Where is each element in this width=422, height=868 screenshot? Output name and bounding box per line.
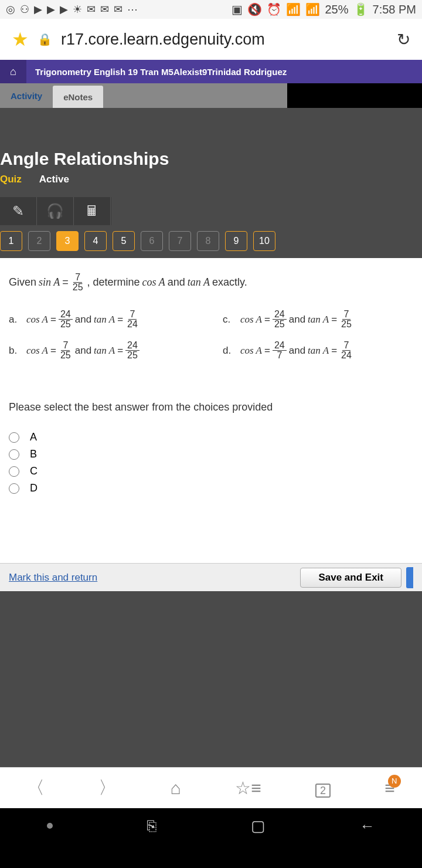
menu-badge: N	[388, 775, 401, 788]
more-icon: ⋯	[127, 3, 138, 16]
question-7[interactable]: 7	[169, 231, 191, 251]
bookmark-star-icon[interactable]: ★	[12, 28, 29, 50]
sys-back-icon[interactable]: ←	[360, 817, 375, 835]
option-d: d. cos A = 247 and tan A = 724	[223, 341, 413, 360]
radio-b[interactable]	[9, 449, 19, 460]
footer-bar: Mark this and return Save and Exit	[0, 563, 422, 591]
course-header: ⌂ Trigonometry English 19 Tran M5Alexist…	[0, 60, 422, 83]
system-nav: ⎘ ▢ ←	[0, 808, 422, 843]
url-text[interactable]: r17.core.learn.edgenuity.com	[61, 30, 388, 49]
page-title: Angle Relationships	[0, 149, 422, 169]
mail-icon: ✉	[87, 3, 96, 16]
gmail-icon: ✉	[100, 3, 109, 16]
headphones-icon[interactable]: 🎧	[37, 197, 74, 225]
question-9[interactable]: 9	[225, 231, 247, 251]
play-icon: ▶	[34, 3, 42, 16]
sys-dot-icon	[47, 823, 53, 829]
tab-activity[interactable]: Activity	[0, 83, 53, 108]
clock: 7:58 PM	[373, 3, 416, 16]
calculator-icon[interactable]: 🖩	[74, 197, 111, 225]
bookmarks-icon[interactable]: ☆≡	[235, 778, 261, 798]
question-4[interactable]: 4	[84, 231, 107, 251]
choice-b[interactable]: B	[9, 448, 413, 460]
question-8[interactable]: 8	[197, 231, 219, 251]
menu-icon[interactable]: ≡N	[384, 778, 395, 798]
save-exit-button[interactable]: Save and Exit	[300, 568, 401, 588]
play-icon: ▶	[47, 3, 55, 16]
instagram-icon: ◎	[6, 3, 15, 16]
recents-icon[interactable]: ⎘	[147, 817, 156, 835]
sys-home-icon[interactable]: ▢	[251, 817, 266, 835]
back-icon[interactable]: 〈	[27, 776, 45, 800]
option-a: a. cos A = 2425 and tan A = 724	[9, 310, 199, 329]
question-content: Given sin A = 725 , determine cos A and …	[0, 258, 422, 563]
question-2[interactable]: 2	[28, 231, 50, 251]
question-5[interactable]: 5	[113, 231, 135, 251]
home-icon[interactable]: ⌂	[171, 778, 181, 798]
forward-icon[interactable]: 〉	[98, 776, 116, 800]
question-3[interactable]: 3	[56, 231, 79, 251]
question-1[interactable]: 1	[0, 231, 22, 251]
choice-c[interactable]: C	[9, 465, 413, 477]
option-c: c. cos A = 2425 and tan A = 725	[223, 310, 413, 329]
radio-c[interactable]	[9, 466, 19, 477]
status-bar: ◎ ⚇ ▶ ▶ ▶ ☀ ✉ ✉ ✉ ⋯ ▣ 🔇 ⏰ 📶 📶 25% 🔋 7:58…	[0, 0, 422, 19]
empty-space	[0, 591, 422, 767]
mail-icon: ✉	[114, 3, 122, 16]
wifi-icon: 📶	[286, 2, 301, 16]
answer-choices: A B C D	[9, 431, 413, 494]
voicemail-icon: ⚇	[20, 3, 29, 16]
question-10[interactable]: 10	[253, 231, 275, 251]
cloud-icon: ☀	[73, 3, 82, 16]
mute-icon: 🔇	[247, 2, 262, 16]
question-nav: 1 2 3 4 5 6 7 8 9 10	[0, 225, 422, 257]
browser-nav: 〈 〉 ⌂ ☆≡ 2 ≡N	[0, 767, 422, 808]
signal-icon: 📶	[305, 2, 320, 16]
browser-bar: ★ 🔒 r17.core.learn.edgenuity.com ↻	[0, 19, 422, 60]
reload-icon[interactable]: ↻	[397, 30, 410, 49]
next-button-edge[interactable]	[406, 567, 413, 588]
battery-percent: 25%	[325, 3, 348, 16]
active-label: Active	[39, 174, 69, 185]
choice-d[interactable]: D	[9, 482, 413, 494]
battery-icon: 🔋	[353, 2, 368, 16]
option-b: b. cos A = 725 and tan A = 2425	[9, 341, 199, 360]
alarm-icon: ⏰	[267, 2, 281, 16]
radio-a[interactable]	[9, 432, 19, 443]
tools-row: ✎ 🎧 🖩	[0, 197, 111, 225]
play-icon: ▶	[60, 3, 68, 16]
lock-icon: 🔒	[38, 32, 52, 46]
tabs-icon[interactable]: 2	[315, 778, 331, 798]
radio-d[interactable]	[9, 483, 19, 494]
pencil-icon[interactable]: ✎	[0, 197, 37, 225]
course-title: Trigonometry English 19 Tran M5Alexist9T…	[26, 67, 287, 77]
home-button[interactable]: ⌂	[0, 60, 26, 83]
mark-return-link[interactable]: Mark this and return	[9, 572, 97, 584]
battery-saver-icon: ▣	[232, 2, 243, 16]
answer-prompt: Please select the best answer from the c…	[9, 401, 413, 413]
question-6[interactable]: 6	[141, 231, 163, 251]
choice-a[interactable]: A	[9, 431, 413, 443]
quiz-label: Quiz	[0, 174, 22, 185]
question-stem: Given sin A = 725 , determine cos A and …	[9, 273, 413, 292]
tabs-bar: Activity eNotes	[0, 83, 287, 108]
tab-enotes[interactable]: eNotes	[53, 86, 103, 108]
